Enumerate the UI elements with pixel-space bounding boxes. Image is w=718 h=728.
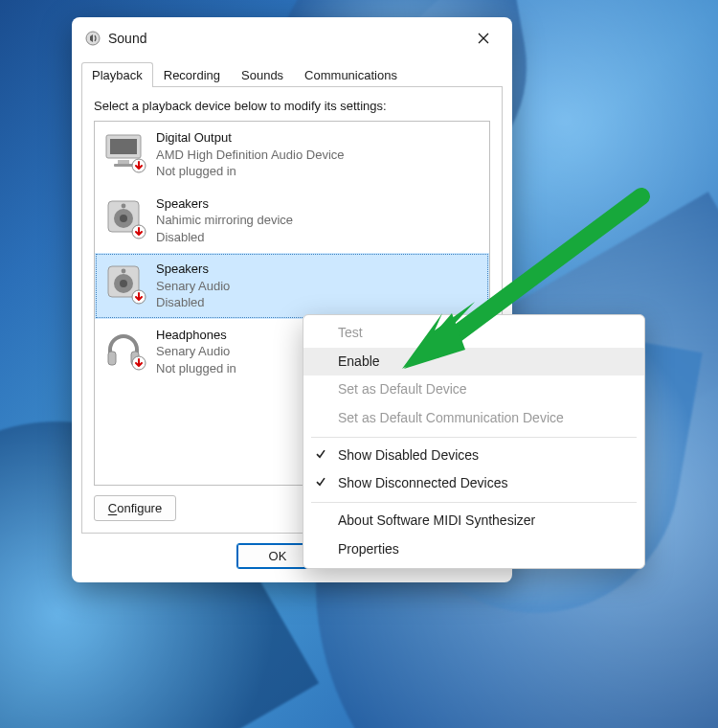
device-status: Not plugged in — [156, 163, 345, 180]
menu-item-label: Test — [338, 323, 363, 344]
down-arrow-badge-icon — [131, 224, 146, 239]
menu-item-label: Enable — [338, 352, 380, 373]
menu-item-label: Set as Default Communication Device — [338, 408, 564, 429]
menu-item-set-as-default-communication-device: Set as Default Communication Device — [303, 404, 644, 433]
speaker-icon — [102, 195, 145, 238]
device-row[interactable]: SpeakersNahimic mirroring deviceDisabled — [95, 188, 489, 254]
svg-rect-2 — [110, 139, 137, 154]
device-status: Not plugged in — [156, 360, 236, 377]
check-icon — [315, 473, 326, 494]
menu-item-label: Properties — [338, 539, 399, 560]
tab-recording[interactable]: Recording — [153, 62, 231, 87]
device-name: Headphones — [156, 327, 236, 344]
svg-point-9 — [122, 203, 126, 208]
tab-playback[interactable]: Playback — [81, 62, 153, 87]
panel-instruction: Select a playback device below to modify… — [94, 99, 490, 113]
menu-separator — [311, 502, 637, 503]
window-title: Sound — [108, 31, 459, 46]
device-context-menu: TestEnableSet as Default DeviceSet as De… — [303, 314, 645, 569]
menu-item-label: Show Disconnected Devices — [338, 473, 507, 494]
device-status: Disabled — [156, 294, 230, 311]
device-status: Disabled — [156, 229, 293, 246]
sound-icon — [85, 31, 101, 46]
check-icon — [315, 445, 326, 466]
svg-point-14 — [122, 269, 126, 274]
monitor-icon — [102, 129, 145, 171]
tab-sounds[interactable]: Sounds — [231, 62, 294, 87]
menu-item-about-software-midi-synthesizer[interactable]: About Software MIDI Synthesizer — [303, 507, 644, 535]
device-name: Digital Output — [156, 129, 345, 147]
device-desc: Senary Audio — [156, 343, 236, 360]
device-row[interactable]: Digital OutputAMD High Definition Audio … — [95, 122, 489, 188]
device-desc: Nahimic mirroring device — [156, 212, 293, 229]
menu-item-set-as-default-device: Set as Default Device — [303, 375, 644, 404]
speaker-icon — [102, 261, 145, 303]
down-arrow-badge-icon — [131, 158, 146, 173]
headphones-icon — [102, 327, 145, 369]
svg-point-13 — [120, 280, 127, 287]
svg-point-8 — [120, 215, 127, 222]
configure-label: Configure — [108, 501, 162, 515]
tab-strip: PlaybackRecordingSoundsCommunications — [72, 56, 512, 86]
titlebar: Sound — [72, 17, 512, 56]
down-arrow-badge-icon — [131, 355, 146, 371]
menu-item-enable[interactable]: Enable — [303, 348, 644, 376]
device-desc: AMD High Definition Audio Device — [156, 147, 345, 164]
menu-item-label: Show Disabled Devices — [338, 445, 479, 466]
device-row[interactable]: SpeakersSenary AudioDisabled — [95, 253, 489, 319]
menu-item-label: About Software MIDI Synthesizer — [338, 511, 535, 532]
device-desc: Senary Audio — [156, 278, 230, 295]
configure-button[interactable]: Configure — [94, 495, 176, 521]
svg-rect-3 — [118, 160, 129, 164]
menu-item-properties[interactable]: Properties — [303, 535, 644, 564]
menu-item-test: Test — [303, 319, 644, 348]
menu-separator — [311, 437, 637, 438]
menu-item-show-disconnected-devices[interactable]: Show Disconnected Devices — [303, 469, 644, 498]
menu-item-label: Set as Default Device — [338, 379, 467, 400]
close-button[interactable] — [466, 25, 501, 52]
down-arrow-badge-icon — [131, 289, 146, 305]
device-name: Speakers — [156, 195, 293, 213]
device-name: Speakers — [156, 261, 230, 278]
svg-rect-16 — [108, 352, 116, 365]
tab-communications[interactable]: Communications — [294, 62, 408, 87]
svg-rect-4 — [114, 164, 133, 167]
menu-item-show-disabled-devices[interactable]: Show Disabled Devices — [303, 442, 644, 470]
